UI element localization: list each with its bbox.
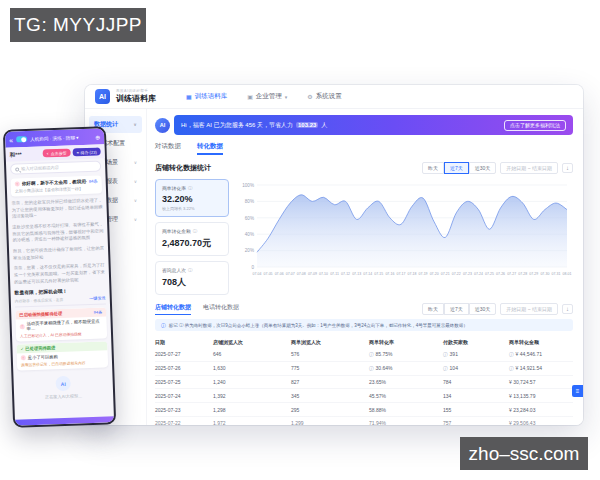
table-cell: 71.94% [369,420,443,425]
table-header-row: 日期店铺浏览人次商单浏览人次商单转化率付款买家数商单转化金额 [155,336,573,348]
export-icon[interactable]: ↓ [562,163,573,173]
customer-question-card[interactable]: ! 你好啊，新手不太会用，教我用一下，… 94条 之前小商品说过【是否和详情页一… [11,175,103,196]
chevron-down-icon: ∨ [134,160,137,165]
stat-card-total-visitors[interactable]: 咨询总人次ⓘ 708人 [155,261,229,295]
reply-toolbar-actions[interactable]: 内容助手 · 修改后发送 · 丢弃 [15,297,64,304]
stat-cards: 商单转化率ⓘ 32.20% 较上周增长 3.22% 商单转化金额ⓘ 2,4870… [155,179,229,295]
table-row: 2025-07-221,9721,29971.94%757¥ 29,506.43 [155,417,573,425]
back-icon[interactable]: « [9,136,13,143]
tab-conversion-data[interactable]: 转化数据 [197,142,223,155]
chart-filter-controls: 昨天 近7天 近30天 开始日期 ~ 结束日期 ↓ [422,162,573,174]
site-watermark-text: zho–ssc.com [469,443,580,465]
takeover-button[interactable]: ⚡点击接管 [42,149,71,158]
table-tabs-row: 店铺转化数据 电话转化数据 昨天 近7天 近30天 开始日期 ~ 结束日期 ↓ [155,303,573,315]
table-cell: 827 [291,379,369,385]
nav-item-settings[interactable]: ⚙ 系统设置 [307,92,341,101]
table-body: 2025-07-27646576ⓘ85.75%ⓘ391ⓘ¥ 44,546.712… [155,348,573,425]
chat-assistant-panel: « 人机协同 · 演练 · 陪聊 ▾ ⊕ 和*** ⚡点击接管 ≡待办 (23)… [3,126,116,427]
range-yesterday-button[interactable]: 昨天 [422,162,444,174]
nav-item-enterprise[interactable]: ▣ 企业管理 ▾ [247,92,287,101]
date-range-input[interactable]: 开始日期 ~ 结束日期 [500,303,558,315]
info-icon: ⓘ [443,352,448,357]
table-header-cell: 商单浏览人次 [291,339,369,345]
alert-card-note: 人工已标记介入，AI 已启动催拍提醒 [20,331,103,339]
chat-search-input[interactable]: 输入对话昵称或内容 [10,160,101,174]
svg-text:07-09: 07-09 [308,272,317,276]
floating-helper-button[interactable]: ≡ [572,385,583,397]
svg-text:07-14: 07-14 [363,272,372,276]
table-cell: 2025-07-25 [155,379,213,385]
svg-text:07-17: 07-17 [396,272,405,276]
banner-highlight-count: 103.23 [296,122,318,128]
top-navbar: AI 高效AI训练好帮手 训练语料库 ▦ 训练语料库 ▣ 企业管理 ▾ ⚙ 系统… [85,85,583,109]
range-7d-button[interactable]: 近7天 [444,162,469,174]
chat-mode-title[interactable]: 人机协同 · 演练 · 陪聊 ▾ [30,135,79,142]
export-icon[interactable]: ↓ [562,304,573,314]
message-count-badge[interactable]: 94条 [89,179,98,184]
stat-subtext: 较上周增长 3.22% [162,206,222,211]
table-cell: 1,240 [213,379,291,385]
svg-text:07-28: 07-28 [518,272,527,276]
table-row: 2025-07-27646576ⓘ85.75%ⓘ391ⓘ¥ 44,546.71 [155,348,573,362]
svg-text:07-23: 07-23 [463,272,472,276]
range-yesterday-button[interactable]: 昨天 [422,303,444,315]
grid-icon: ▦ [186,93,192,100]
reminder-alert-card[interactable]: 已启动催拍提醒待处理 94条 !活动页手速稍微慢了点，能不能便宜点申… 人工已标… [15,308,107,342]
table-filter-controls: 昨天 近7天 近30天 开始日期 ~ 结束日期 ↓ [422,303,573,315]
main-content: AI Hi，福客 AI 已为您服务 456 天，节省人力 103.23 人 点击… [147,109,583,425]
table-row: 2025-07-241,39234545.57%134¥ 13,135.79 [155,389,573,403]
data-tabs: 对话数据 转化数据 [155,142,573,155]
svg-text:07-18: 07-18 [408,272,417,276]
chart-area: 100%80%60%40%20%007-0407-0507-0607-0707-… [235,179,573,295]
table-cell: 1,299 [291,420,369,425]
banner-text-suffix: 人 [321,121,327,130]
range-30d-button[interactable]: 近30天 [469,303,497,315]
stat-card-conversion-amount[interactable]: 商单转化金额ⓘ 2,4870.70元 [155,222,229,256]
ai-toggle-switch[interactable] [16,136,27,142]
nav-item-corpus[interactable]: ▦ 训练语料库 [186,92,227,101]
table-cell: ⓘ391 [443,351,509,357]
table-section: 店铺转化数据 电话转化数据 昨天 近7天 近30天 开始日期 ~ 结束日期 ↓ [155,303,573,425]
table-header-cell: 店铺浏览人次 [213,339,291,345]
tab-shop-conversion[interactable]: 店铺转化数据 [155,303,191,315]
table-cell: ⓘ¥ 44,546.71 [509,351,573,357]
table-cell: 2025-07-26 [155,365,213,371]
todo-button[interactable]: ≡待办 (23) [72,147,100,156]
svg-text:07-15: 07-15 [374,272,383,276]
plus-icon[interactable]: ⊕ [95,133,100,140]
ai-closing-line: 数量有限，把握机会哦！ [14,287,105,296]
ai-status-text: 正在接入AI大模型… [45,393,83,399]
table-cell: 775 [291,365,369,371]
stat-card-conversion-rate[interactable]: 商单转化率ⓘ 32.20% 较上周增长 3.22% [155,179,229,217]
table-cell: 1,630 [213,365,291,371]
svg-text:07-06: 07-06 [275,272,284,276]
chevron-down-icon: ∨ [134,179,137,184]
list-icon: ≡ [76,150,79,155]
table-cell: 1,392 [213,393,291,399]
svg-text:07-04: 07-04 [253,272,262,276]
svg-text:0: 0 [251,265,254,270]
banner-cta-button[interactable]: 点击了解更多福利玩法 [504,120,566,131]
stat-label: 咨询总人次 [162,267,186,273]
svg-text:07-25: 07-25 [485,272,494,276]
table-header-cell: 商单转化金额 [509,339,573,345]
app-logo-icon: AI [95,89,110,104]
handled-card[interactable]: ✓ 已处理完待跟进 !是小了可以换购 调整运营价记录，已自动跟进相关内容 [16,342,108,371]
tab-dialog-data[interactable]: 对话数据 [155,142,181,155]
send-button[interactable]: 一键发送 [89,296,106,302]
tab-phone-conversion[interactable]: 电话转化数据 [203,303,239,315]
ai-reply-paragraphs: 亲亲，您的这款宝贝外层已经做过防水处理了，为了让您的使用体验更加好，我们还会随单… [11,197,105,285]
svg-text:07-11: 07-11 [330,272,339,276]
brand-block: 高效AI训练好帮手 训练语料库 [116,90,156,103]
nav-item-label: 训练语料库 [195,92,228,101]
table-cell: 134 [443,393,509,399]
svg-text:100%: 100% [242,183,254,188]
date-range-input[interactable]: 开始日期 ~ 结束日期 [500,162,558,174]
range-7d-button[interactable]: 近7天 [444,303,469,315]
site-watermark: zho–ssc.com [460,437,588,470]
info-icon: ⓘ [509,352,514,357]
svg-text:07-10: 07-10 [319,272,328,276]
table-cell: 2025-07-23 [155,407,213,413]
range-30d-button[interactable]: 近30天 [469,162,497,174]
svg-text:07-22: 07-22 [452,272,461,276]
